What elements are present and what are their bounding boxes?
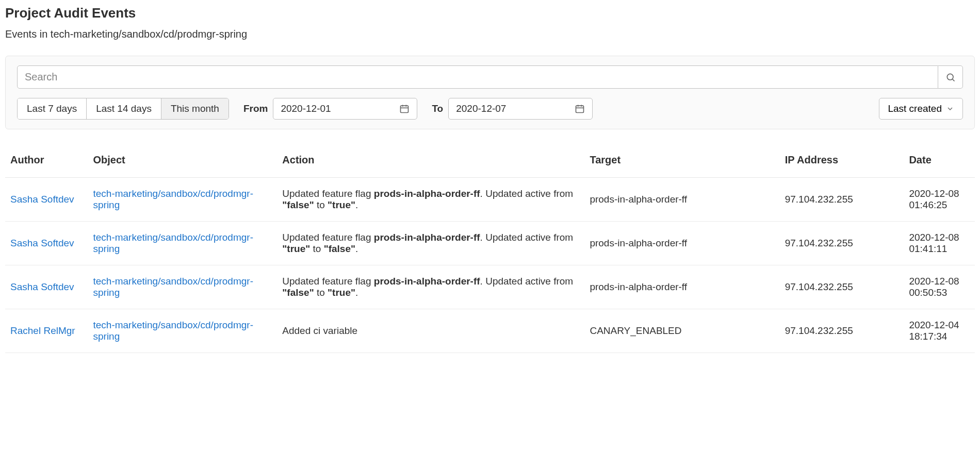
svg-rect-6 bbox=[576, 106, 584, 112]
table-row: Sasha Softdevtech-marketing/sandbox/cd/p… bbox=[5, 265, 975, 309]
calendar-icon bbox=[575, 104, 585, 114]
audit-events-table: Author Object Action Target IP Address D… bbox=[5, 145, 975, 353]
author-link[interactable]: Sasha Softdev bbox=[10, 194, 74, 205]
date-cell: 2020-12-08 00:50:53 bbox=[904, 265, 975, 309]
object-link[interactable]: tech-marketing/sandbox/cd/prodmgr-spring bbox=[93, 320, 253, 342]
to-date-input[interactable]: 2020-12-07 bbox=[448, 98, 593, 120]
ip-cell: 97.104.232.255 bbox=[780, 178, 904, 222]
from-date-input[interactable]: 2020-12-01 bbox=[273, 98, 417, 120]
action-cell: Updated feature flag prods-in-alpha-orde… bbox=[277, 178, 584, 222]
ip-cell: 97.104.232.255 bbox=[780, 265, 904, 309]
action-cell: Updated feature flag prods-in-alpha-orde… bbox=[277, 222, 584, 265]
sort-dropdown[interactable]: Last created bbox=[879, 98, 963, 120]
page-title: Project Audit Events bbox=[5, 5, 975, 21]
svg-point-0 bbox=[947, 74, 953, 80]
col-object-header: Object bbox=[88, 145, 277, 178]
col-target-header: Target bbox=[584, 145, 779, 178]
calendar-icon bbox=[399, 104, 410, 114]
table-header-row: Author Object Action Target IP Address D… bbox=[5, 145, 975, 178]
filter-controls: Last 7 days Last 14 days This month From… bbox=[17, 98, 963, 120]
target-cell: CANARY_ENABLED bbox=[584, 309, 779, 353]
target-cell: prods-in-alpha-order-ff bbox=[584, 222, 779, 265]
date-cell: 2020-12-08 01:46:25 bbox=[904, 178, 975, 222]
search-row bbox=[17, 65, 963, 89]
target-cell: prods-in-alpha-order-ff bbox=[584, 178, 779, 222]
filter-panel: Last 7 days Last 14 days This month From… bbox=[5, 56, 975, 129]
range-last-7-days[interactable]: Last 7 days bbox=[18, 98, 87, 119]
page-subtitle: Events in tech-marketing/sandbox/cd/prod… bbox=[5, 28, 975, 40]
date-cell: 2020-12-08 01:41:11 bbox=[904, 222, 975, 265]
chevron-down-icon bbox=[946, 105, 954, 113]
object-link[interactable]: tech-marketing/sandbox/cd/prodmgr-spring bbox=[93, 188, 253, 210]
ip-cell: 97.104.232.255 bbox=[780, 222, 904, 265]
range-last-14-days[interactable]: Last 14 days bbox=[87, 98, 161, 119]
table-row: Sasha Softdevtech-marketing/sandbox/cd/p… bbox=[5, 178, 975, 222]
range-this-month[interactable]: This month bbox=[161, 98, 228, 119]
ip-cell: 97.104.232.255 bbox=[780, 309, 904, 353]
col-date-header: Date bbox=[904, 145, 975, 178]
svg-line-1 bbox=[952, 79, 954, 81]
action-cell: Added ci variable bbox=[277, 309, 584, 353]
table-row: Rachel RelMgrtech-marketing/sandbox/cd/p… bbox=[5, 309, 975, 353]
action-cell: Updated feature flag prods-in-alpha-orde… bbox=[277, 265, 584, 309]
range-preset-group: Last 7 days Last 14 days This month bbox=[17, 98, 229, 120]
search-icon bbox=[945, 72, 956, 82]
author-link[interactable]: Sasha Softdev bbox=[10, 281, 74, 292]
sort-label: Last created bbox=[888, 103, 942, 114]
search-button[interactable] bbox=[938, 65, 963, 89]
to-label: To bbox=[432, 103, 443, 114]
date-cell: 2020-12-04 18:17:34 bbox=[904, 309, 975, 353]
object-link[interactable]: tech-marketing/sandbox/cd/prodmgr-spring bbox=[93, 232, 253, 254]
col-action-header: Action bbox=[277, 145, 584, 178]
object-link[interactable]: tech-marketing/sandbox/cd/prodmgr-spring bbox=[93, 276, 253, 298]
search-input[interactable] bbox=[17, 65, 938, 89]
from-label: From bbox=[243, 103, 268, 114]
from-date-value: 2020-12-01 bbox=[281, 103, 331, 114]
target-cell: prods-in-alpha-order-ff bbox=[584, 265, 779, 309]
sort-wrap: Last created bbox=[879, 98, 963, 120]
table-row: Sasha Softdevtech-marketing/sandbox/cd/p… bbox=[5, 222, 975, 265]
author-link[interactable]: Sasha Softdev bbox=[10, 238, 74, 248]
col-author-header: Author bbox=[5, 145, 88, 178]
svg-rect-2 bbox=[401, 106, 409, 112]
to-date-value: 2020-12-07 bbox=[456, 103, 506, 114]
author-link[interactable]: Rachel RelMgr bbox=[10, 325, 75, 336]
col-ip-header: IP Address bbox=[780, 145, 904, 178]
